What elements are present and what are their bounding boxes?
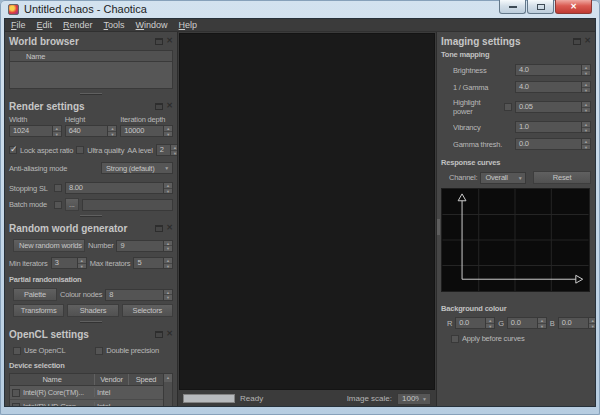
table-row[interactable]: Intel(R) Core(TM)... Intel <box>10 386 163 400</box>
column-vendor[interactable]: Vendor <box>94 374 128 385</box>
spin-down-icon[interactable] <box>108 131 116 137</box>
spin-down-icon[interactable] <box>486 323 494 329</box>
table-scrollbar[interactable]: ▲ ▼ <box>163 374 172 406</box>
panel-close-icon[interactable] <box>166 102 173 110</box>
panel-resize-handle[interactable] <box>437 219 440 235</box>
brightness-label: Brightness <box>453 66 512 75</box>
window-minimize-button[interactable] <box>499 0 526 14</box>
min-iterators-spinbox[interactable]: 3 <box>51 257 87 269</box>
panel-float-icon[interactable] <box>155 331 163 338</box>
spin-down-icon[interactable] <box>582 87 590 93</box>
world-browser-list[interactable]: Name <box>9 50 173 89</box>
left-dock-panel: World browser Name Render settings <box>5 32 178 406</box>
column-speed[interactable]: Speed <box>128 374 163 385</box>
menu-tools[interactable]: Tools <box>104 20 125 30</box>
panel-float-icon[interactable] <box>155 225 163 232</box>
gamma-thresh-spinbox[interactable]: 0.0 <box>515 138 591 150</box>
spin-down-icon[interactable] <box>164 245 172 251</box>
image-scale-dropdown[interactable]: 100% <box>397 393 431 405</box>
aa-level-spinbox[interactable]: 2 <box>156 144 178 156</box>
panel-close-icon[interactable] <box>584 37 591 45</box>
spin-down-icon[interactable] <box>53 131 61 137</box>
app-window: Untitled.chaos - Chaotica File Edit Rend… <box>0 0 600 415</box>
number-spinbox[interactable]: 9 <box>116 240 173 252</box>
vibrancy-spinbox[interactable]: 1.0 <box>515 121 591 133</box>
gamma-spinbox[interactable]: 4.0 <box>515 81 591 93</box>
use-opencl-checkbox[interactable] <box>13 347 21 355</box>
menu-bar: File Edit Render Tools Window Help <box>5 19 595 32</box>
splitter-handle[interactable] <box>80 93 102 95</box>
menu-edit[interactable]: Edit <box>37 20 53 30</box>
response-curve-editor[interactable] <box>441 188 590 292</box>
number-label: Number <box>88 241 113 250</box>
render-settings-title: Render settings <box>9 101 85 112</box>
b-spinbox[interactable]: 0.0 <box>558 317 595 329</box>
colour-nodes-spinbox[interactable]: 8 <box>105 289 173 301</box>
spin-down-icon[interactable] <box>164 263 172 269</box>
panel-float-icon[interactable] <box>155 103 163 110</box>
world-list-name-column[interactable]: Name <box>10 51 172 62</box>
highlight-power-spinbox[interactable]: 0.05 <box>515 101 591 113</box>
batch-browse-button[interactable]: ... <box>65 198 79 211</box>
spin-down-icon[interactable] <box>589 323 595 329</box>
device-checkbox[interactable] <box>12 403 20 407</box>
spin-down-icon[interactable] <box>171 150 178 156</box>
panel-float-icon[interactable] <box>573 38 581 45</box>
stopping-sl-checkbox[interactable] <box>54 184 62 192</box>
spin-down-icon[interactable] <box>582 70 590 76</box>
aa-mode-dropdown[interactable]: Strong (default) <box>101 162 173 174</box>
r-spinbox[interactable]: 0.0 <box>455 317 495 329</box>
new-random-worlds-button[interactable]: New random worlds <box>13 239 85 252</box>
panel-float-icon[interactable] <box>155 38 163 45</box>
brightness-spinbox[interactable]: 4.0 <box>515 64 591 76</box>
spin-down-icon[interactable] <box>164 131 172 137</box>
height-spinbox[interactable]: 640 <box>65 125 118 137</box>
device-checkbox[interactable] <box>12 389 20 397</box>
spin-down-icon[interactable] <box>164 188 172 194</box>
spin-down-icon[interactable] <box>582 144 590 150</box>
spin-down-icon[interactable] <box>78 263 86 269</box>
world-list-body[interactable] <box>10 62 172 88</box>
window-minimize-icon <box>509 6 517 8</box>
column-name[interactable]: Name <box>10 374 94 385</box>
shaders-button[interactable]: Shaders <box>67 304 118 317</box>
table-row[interactable]: Intel(R) HD Grap... Intel <box>10 400 163 406</box>
spin-down-icon[interactable] <box>164 294 172 300</box>
scroll-up-icon[interactable]: ▲ <box>164 374 172 382</box>
splitter-handle[interactable] <box>80 215 102 217</box>
lock-aspect-checkbox[interactable] <box>9 146 17 154</box>
batch-mode-checkbox[interactable] <box>54 201 62 209</box>
g-spinbox[interactable]: 0.0 <box>507 317 547 329</box>
channel-dropdown[interactable]: Overall <box>480 172 526 184</box>
menu-file[interactable]: File <box>11 20 26 30</box>
spin-down-icon[interactable] <box>582 107 590 113</box>
width-spinbox[interactable]: 1024 <box>9 125 62 137</box>
double-precision-label: Double precision <box>106 346 159 355</box>
stopping-sl-spinbox[interactable]: 8.00 <box>65 182 173 194</box>
menu-help[interactable]: Help <box>179 20 198 30</box>
spin-down-icon[interactable] <box>538 323 546 329</box>
panel-close-icon[interactable] <box>166 330 173 338</box>
max-iterators-spinbox[interactable]: 5 <box>133 257 173 269</box>
ultra-quality-checkbox[interactable] <box>76 146 84 154</box>
apply-before-curves-checkbox[interactable] <box>451 335 459 343</box>
spin-down-icon[interactable] <box>582 127 590 133</box>
highlight-power-checkbox[interactable] <box>504 103 512 111</box>
palette-button[interactable]: Palette <box>13 288 57 301</box>
double-precision-checkbox[interactable] <box>95 347 103 355</box>
title-bar: Untitled.chaos - Chaotica <box>4 0 596 18</box>
window-close-button[interactable] <box>555 0 592 14</box>
panel-close-icon[interactable] <box>166 224 173 232</box>
panel-close-icon[interactable] <box>166 37 173 45</box>
menu-window[interactable]: Window <box>136 20 168 30</box>
splitter-handle[interactable] <box>80 321 102 323</box>
selectors-button[interactable]: Selectors <box>122 304 173 317</box>
reset-button[interactable]: Reset <box>533 171 591 184</box>
batch-path-field[interactable] <box>82 199 173 211</box>
transforms-button[interactable]: Transforms <box>13 304 64 317</box>
render-canvas[interactable] <box>179 33 435 390</box>
window-maximize-button[interactable] <box>527 0 554 14</box>
aa-mode-label: Anti-aliasing mode <box>9 164 67 173</box>
menu-render[interactable]: Render <box>63 20 93 30</box>
iteration-depth-spinbox[interactable]: 10000 <box>120 125 173 137</box>
